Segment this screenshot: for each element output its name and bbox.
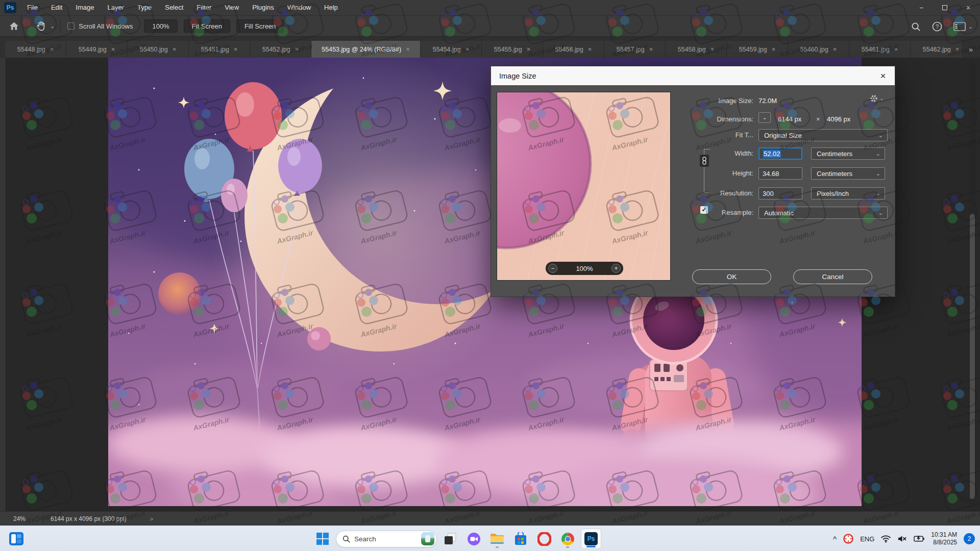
microsoft-store-button[interactable] <box>510 529 531 549</box>
tab-close-icon[interactable]: × <box>465 45 470 53</box>
menu-item[interactable]: Select <box>158 0 190 15</box>
fit-to-dropdown[interactable]: Original Size ⌄ <box>758 129 888 141</box>
task-view-button[interactable] <box>440 529 460 549</box>
scroll-all-windows-option[interactable]: Scroll All Windows <box>67 22 133 30</box>
photoshop-app-icon: Ps <box>584 532 598 545</box>
tab-close-icon[interactable]: × <box>173 45 177 53</box>
document-tab[interactable]: 55458.jpg × <box>666 41 727 58</box>
battery-charging-icon[interactable] <box>914 535 924 542</box>
tab-close-icon[interactable]: × <box>111 45 115 53</box>
document-tab[interactable]: 55455.jpg × <box>482 41 543 58</box>
chevron-down-icon: ⌄ <box>876 170 880 177</box>
help-icon[interactable]: ? <box>932 21 942 32</box>
file-explorer-button[interactable] <box>487 529 507 549</box>
width-unit-dropdown[interactable]: Centimeters ⌄ <box>811 147 885 160</box>
taskbar-search[interactable]: Search <box>336 531 437 547</box>
tab-label: 55457.jpg <box>617 46 645 53</box>
height-unit-dropdown[interactable]: Centimeters ⌄ <box>811 167 885 180</box>
document-tab[interactable]: 55452.jpg × <box>250 41 311 58</box>
menu-item[interactable]: View <box>218 0 246 15</box>
document-tab[interactable]: 55457.jpg × <box>604 41 666 58</box>
photoshop-logo[interactable]: Ps <box>4 2 16 13</box>
dialog-titlebar[interactable]: Image Size × <box>491 66 895 85</box>
document-tab[interactable]: 55449.jpg × <box>66 41 128 58</box>
search-icon[interactable] <box>911 22 921 32</box>
menu-item[interactable]: Window <box>281 0 317 15</box>
search-highlight-thumbnail[interactable] <box>421 532 434 545</box>
maximize-button[interactable] <box>933 0 957 15</box>
close-button[interactable]: × <box>957 0 980 15</box>
constrain-proportions-toggle[interactable] <box>700 155 709 167</box>
fill-screen-button[interactable]: Fill Screen <box>236 19 284 33</box>
document-tab[interactable]: 55459.jpg × <box>727 41 788 58</box>
dimensions-unit-dropdown[interactable]: ⌄ <box>758 112 771 123</box>
height-input[interactable]: 34.68 <box>758 167 802 180</box>
tab-close-icon[interactable]: × <box>295 45 299 53</box>
tab-close-icon[interactable]: × <box>50 45 54 53</box>
document-tab[interactable]: 55454.jpg × <box>421 41 482 58</box>
photoshop-taskbar-button[interactable]: Ps <box>581 529 601 549</box>
tab-close-icon[interactable]: × <box>406 45 410 53</box>
tray-app-icon[interactable] <box>843 534 853 544</box>
widgets-button[interactable] <box>8 531 24 549</box>
cancel-button[interactable]: Cancel <box>793 269 872 284</box>
left-panel-strip <box>0 58 6 511</box>
document-tab[interactable]: 55450.jpg × <box>128 41 189 58</box>
dialog-options-menu[interactable]: ⌄ <box>870 94 884 103</box>
tray-chevron-icon[interactable]: ^ <box>833 535 837 543</box>
volume-muted-icon[interactable] <box>897 535 907 543</box>
tab-close-icon[interactable]: × <box>833 45 837 53</box>
clock[interactable]: 10:31 AM 8/8/2025 <box>931 531 957 546</box>
tab-close-icon[interactable]: × <box>894 45 898 53</box>
minimize-button[interactable]: − <box>910 0 933 15</box>
tab-close-icon[interactable]: × <box>649 45 653 53</box>
wifi-icon[interactable] <box>881 535 891 543</box>
opera-button[interactable] <box>534 529 554 549</box>
tab-close-icon[interactable]: × <box>527 45 531 53</box>
resolution-unit-dropdown[interactable]: Pixels/Inch ⌄ <box>811 187 885 199</box>
menu-item[interactable]: Help <box>317 0 345 15</box>
menu-item[interactable]: Edit <box>44 0 69 15</box>
menu-item[interactable]: Image <box>69 0 101 15</box>
resolution-input[interactable]: 300 <box>758 187 802 199</box>
resample-dropdown[interactable]: Automatic ⌄ <box>758 207 888 219</box>
tab-close-icon[interactable]: × <box>234 45 238 53</box>
menu-item[interactable]: Type <box>131 0 158 15</box>
hand-tool-chevron-icon[interactable]: ⌄ <box>50 23 55 30</box>
fit-screen-button[interactable]: Fit Screen <box>184 19 230 33</box>
notification-badge[interactable]: 2 <box>964 533 975 544</box>
language-indicator[interactable]: ENG <box>860 535 874 543</box>
vertical-scrollbar[interactable] <box>969 61 976 505</box>
vertical-scrollbar-thumb[interactable] <box>970 214 975 499</box>
menu-item[interactable]: Plugins <box>246 0 281 15</box>
status-chevron-icon[interactable]: > <box>150 516 153 522</box>
zoom-100-button[interactable]: 100% <box>144 19 177 33</box>
hand-tool-icon[interactable] <box>33 21 49 31</box>
chrome-button[interactable] <box>557 529 578 549</box>
tab-close-icon[interactable]: × <box>710 45 715 53</box>
width-input[interactable]: 52.02 <box>758 147 802 160</box>
start-button[interactable] <box>312 529 333 549</box>
ok-button[interactable]: OK <box>692 269 771 284</box>
document-tab[interactable]: 55460.jpg × <box>788 41 849 58</box>
workspace-switcher[interactable]: ⌄ <box>953 22 973 31</box>
tab-close-icon[interactable]: × <box>955 45 960 53</box>
preview-zoom-in-button[interactable]: + <box>611 264 621 273</box>
document-tab[interactable]: 55453.jpg @ 24% (RGB/8#) × <box>311 41 421 58</box>
scroll-all-windows-checkbox[interactable] <box>67 22 75 30</box>
menu-item[interactable]: Filter <box>190 0 218 15</box>
document-tab[interactable]: 55461.jpg × <box>849 41 911 58</box>
document-tab[interactable]: 55448.jpg × <box>5 41 66 58</box>
chat-button[interactable] <box>463 529 484 549</box>
tab-close-icon[interactable]: × <box>588 45 592 53</box>
document-tab[interactable]: 55451.jpg × <box>189 41 250 58</box>
home-icon[interactable] <box>6 21 22 31</box>
document-tab[interactable]: 55456.jpg × <box>543 41 604 58</box>
zoom-level-field[interactable]: 24% <box>13 515 43 522</box>
dialog-close-icon[interactable]: × <box>877 70 889 82</box>
preview-zoom-out-button[interactable]: − <box>548 264 557 273</box>
menu-item[interactable]: Layer <box>101 0 131 15</box>
tab-overflow-button[interactable]: » <box>962 41 980 58</box>
menu-item[interactable]: File <box>20 0 44 15</box>
tab-close-icon[interactable]: × <box>772 45 776 53</box>
